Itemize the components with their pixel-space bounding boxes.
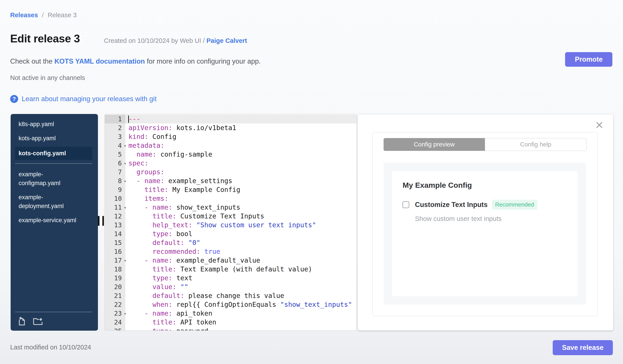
code-text: title: API token: [125, 318, 356, 327]
code-text: type: text: [125, 274, 356, 283]
file-list-divider: [15, 163, 92, 164]
code-text: ---: [125, 115, 356, 123]
line-number[interactable]: 8▾: [105, 177, 125, 185]
line-number[interactable]: 6▾: [105, 159, 125, 168]
code-text: - name: show_text_inputs: [125, 203, 356, 212]
code-line[interactable]: 8▾ - name: example_settings: [105, 177, 356, 185]
line-number[interactable]: 19: [105, 274, 125, 283]
line-number[interactable]: 18: [105, 265, 125, 274]
file-list: k8s-app.yamlkots-app.yamlkots-config.yam…: [11, 114, 98, 226]
code-text: kind: Config: [125, 132, 356, 141]
config-tab-bar: Config preview Config help: [384, 138, 586, 151]
file-item-example-service-yaml[interactable]: example-service.yaml: [11, 214, 98, 226]
code-text: type: password: [125, 327, 356, 331]
line-number[interactable]: 12: [105, 212, 125, 221]
line-number[interactable]: 22: [105, 300, 125, 309]
line-number[interactable]: 7: [105, 168, 125, 177]
code-line[interactable]: 16 recommended: true: [105, 247, 356, 256]
breadcrumb-current: Release 3: [48, 12, 77, 19]
line-number[interactable]: 20: [105, 283, 125, 291]
line-number[interactable]: 5: [105, 150, 125, 159]
code-line[interactable]: 24 title: API token: [105, 318, 356, 327]
code-line[interactable]: 21 default: please change this value: [105, 291, 356, 300]
tab-config-preview[interactable]: Config preview: [384, 138, 485, 151]
code-line[interactable]: 20 value: "": [105, 283, 356, 291]
code-line[interactable]: 25 type: password: [105, 327, 356, 331]
new-file-icon[interactable]: [17, 316, 27, 326]
line-number[interactable]: 24: [105, 318, 125, 327]
save-release-button[interactable]: Save release: [553, 340, 613, 355]
line-number[interactable]: 1: [105, 115, 125, 123]
code-text: metadata:: [125, 141, 356, 150]
author-link[interactable]: Paige Calvert: [206, 37, 247, 44]
code-line[interactable]: 2apiVersion: kots.io/v1beta1: [105, 123, 356, 132]
line-number[interactable]: 13: [105, 221, 125, 229]
sidebar-footer: [11, 312, 98, 331]
line-number[interactable]: 4▾: [105, 141, 125, 150]
code-line[interactable]: 19 type: text: [105, 274, 356, 283]
close-icon[interactable]: [595, 121, 603, 129]
code-text: - name: api_token: [125, 309, 356, 318]
new-folder-icon[interactable]: [33, 316, 43, 326]
divider: [15, 312, 92, 312]
file-item-example-configmap-yaml[interactable]: example- configmap.yaml: [11, 168, 98, 189]
code-line[interactable]: 3kind: Config: [105, 132, 356, 141]
line-number[interactable]: 25: [105, 327, 125, 331]
page-title: Edit release 3: [10, 32, 80, 45]
config-item-help-text: Show custom user text inputs: [415, 215, 567, 222]
code-line[interactable]: 11▾ - name: show_text_inputs: [105, 203, 356, 212]
code-line[interactable]: 17▾ - name: example_default_value: [105, 256, 356, 265]
docs-line-suffix: for more info on configuring your app.: [145, 58, 261, 65]
config-item-label: Customize Text Inputs: [415, 201, 488, 209]
line-number[interactable]: 9: [105, 185, 125, 194]
code-line[interactable]: 4▾metadata:: [105, 141, 356, 150]
tab-config-help[interactable]: Config help: [485, 138, 586, 151]
code-text: spec:: [125, 159, 356, 168]
line-number[interactable]: 10: [105, 194, 125, 203]
line-number[interactable]: 15: [105, 238, 125, 247]
code-line[interactable]: 23▾ - name: api_token: [105, 309, 356, 318]
git-help-link[interactable]: ? Learn about managing your releases wit…: [10, 95, 156, 103]
release-meta-text: Created on 10/10/2024 by Web UI /: [104, 37, 206, 44]
code-text: title: Customize Text Inputs: [125, 212, 356, 221]
code-line[interactable]: 12 title: Customize Text Inputs: [105, 212, 356, 221]
line-number[interactable]: 23▾: [105, 309, 125, 318]
line-number[interactable]: 11▾: [105, 203, 125, 212]
breadcrumb-releases-link[interactable]: Releases: [10, 12, 38, 19]
file-item-example-deployment-yaml[interactable]: example- deployment.yaml: [11, 191, 98, 212]
code-line[interactable]: 22 when: repl{{ ConfigOptionEquals "show…: [105, 300, 356, 309]
code-line[interactable]: 7 groups:: [105, 168, 356, 177]
code-text: - name: example_default_value: [125, 256, 356, 265]
line-number[interactable]: 2: [105, 123, 125, 132]
line-number[interactable]: 16: [105, 247, 125, 256]
channel-status: Not active in any channels: [10, 74, 85, 81]
line-number[interactable]: 21: [105, 291, 125, 300]
file-item-k8s-app-yaml[interactable]: k8s-app.yaml: [11, 118, 98, 130]
code-line[interactable]: 10 items:: [105, 194, 356, 203]
breadcrumb-separator: /: [42, 12, 44, 19]
file-item-kots-config-yaml[interactable]: kots-config.yaml: [15, 147, 92, 160]
line-number[interactable]: 3: [105, 132, 125, 141]
promote-button[interactable]: Promote: [565, 52, 612, 67]
code-line[interactable]: 18 title: Text Example (with default val…: [105, 265, 356, 274]
code-line[interactable]: 9 title: My Example Config: [105, 185, 356, 194]
config-preview-area: My Example Config Customize Text Inputs …: [384, 163, 586, 304]
code-line[interactable]: 5 name: config-sample: [105, 150, 356, 159]
line-number[interactable]: 17▾: [105, 256, 125, 265]
code-line[interactable]: 14 type: bool: [105, 229, 356, 238]
config-panel-card: Config preview Config help My Example Co…: [372, 132, 598, 316]
line-number[interactable]: 14: [105, 229, 125, 238]
code-line[interactable]: 13 help_text: "Show custom user text inp…: [105, 221, 356, 229]
config-group-title: My Example Config: [402, 181, 567, 189]
file-tree-sidebar: k8s-app.yamlkots-app.yamlkots-config.yam…: [11, 114, 98, 331]
kots-docs-link[interactable]: KOTS YAML documentation: [54, 58, 145, 65]
code-line[interactable]: 15 default: "0": [105, 238, 356, 247]
customize-text-inputs-checkbox[interactable]: [402, 202, 409, 208]
file-item-kots-app-yaml[interactable]: kots-app.yaml: [11, 133, 98, 144]
yaml-editor[interactable]: 1---2apiVersion: kots.io/v1beta13kind: C…: [105, 114, 356, 331]
code-text: value: "": [125, 283, 356, 291]
code-line[interactable]: 6▾spec:: [105, 159, 356, 168]
last-modified-text: Last modified on 10/10/2024: [10, 344, 91, 351]
pane-resize-handle-left[interactable]: [98, 216, 105, 226]
code-line[interactable]: 1---: [105, 115, 356, 123]
